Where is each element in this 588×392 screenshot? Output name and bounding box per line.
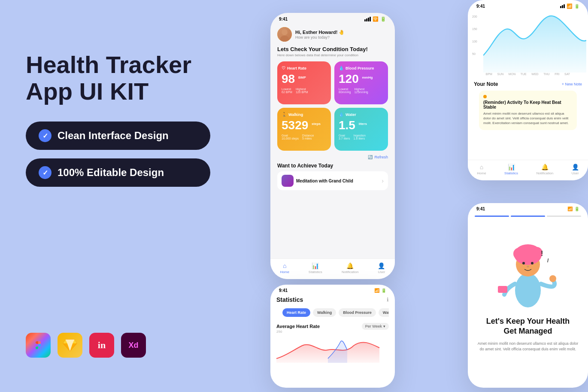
avg-hr-chart	[276, 337, 388, 363]
per-week-selector[interactable]: Per Week ▾	[362, 323, 389, 330]
check-icon-2	[39, 166, 52, 179]
user-icon-2: 👤	[572, 164, 579, 170]
achieve-title: Want to Achieve Today	[277, 163, 388, 169]
achieve-name: Meditation with Grand Child	[296, 179, 353, 183]
progress-tab-3	[547, 216, 581, 217]
refresh-row: 🔄 Refresh	[277, 155, 388, 159]
dropdown-icon: ▾	[383, 324, 385, 328]
nav-user[interactable]: 👤 User	[378, 262, 385, 274]
status-bar-2: 9:41 📶 🔋	[468, 0, 588, 11]
statistics-icon-2: 📊	[508, 164, 515, 170]
svg-point-0	[282, 29, 288, 35]
tab-walking[interactable]: Walking	[313, 308, 336, 317]
stats-tabs: Heart Rate Walking Blood Pressure Water	[276, 305, 389, 320]
signal-icon-2	[560, 4, 565, 8]
user-icon: 👤	[378, 262, 385, 269]
note-reminder-title: (Reminder) Activity To Keep Heat Beat St…	[483, 100, 573, 109]
walking-card[interactable]: 🚶 Walking 5329 steps Goal 10,000 steps	[277, 108, 331, 151]
chart-section: 200 150 100 50 BPM SUN	[468, 11, 588, 79]
nav-notification[interactable]: 🔔 Notification	[342, 262, 359, 274]
heart-rate-card[interactable]: ♡ Heart Rate 98 BMP Lowest 62 BPM Highe	[277, 61, 331, 104]
nav-statistics[interactable]: 📊 Statistics	[309, 262, 322, 274]
stats-title: Statistics	[276, 296, 303, 303]
battery-icon: 🔋	[380, 16, 386, 22]
card-header: 🚶 Walking	[282, 112, 327, 117]
new-note-button[interactable]: + New Note	[562, 82, 582, 86]
note-dot	[483, 95, 487, 98]
illustration-area: ! /	[468, 219, 588, 314]
note-card: (Reminder) Activity To Keep Heat Beat St…	[479, 91, 577, 130]
status-bar-4: 9:41 📶 🔋	[468, 203, 588, 213]
bell-icon-2: 🔔	[541, 164, 549, 170]
svg-point-9	[531, 262, 533, 264]
svg-text:/: /	[547, 258, 549, 264]
battery-icon-2: 🔋	[574, 4, 579, 9]
svg-point-7	[549, 275, 556, 282]
progress-tab-2	[511, 216, 545, 217]
y-axis-labels: 200 150 100 50	[472, 15, 477, 55]
greeting-row: Hi, Esther Howard! 🤚 How are you today?	[277, 27, 388, 42]
refresh-icon: 🔄	[368, 155, 373, 159]
svg-point-10	[527, 266, 529, 267]
statistics-chart	[483, 12, 586, 73]
battery-icon-4: 🔋	[574, 207, 579, 211]
info-icon: ℹ	[387, 297, 389, 303]
achieve-thumb	[282, 175, 294, 187]
water-card[interactable]: 💧 Water 1.5 liters Goal 3.7 liters Ing	[334, 108, 388, 151]
achieve-item[interactable]: Meditation with Grand Child ›	[277, 171, 388, 190]
svg-rect-13	[498, 286, 507, 293]
heart-icon: ♡	[282, 66, 285, 70]
note-title: Your Note	[474, 81, 498, 87]
chevron-right-icon: ›	[382, 177, 384, 184]
progress-tabs	[468, 213, 588, 219]
nav-statistics-2[interactable]: 📊 Statistics	[504, 164, 518, 175]
battery-icon-3: 🔋	[381, 288, 386, 293]
status-icons-1: 🛜 🔋	[364, 16, 386, 22]
main-title: Health Tracker App UI KIT	[26, 52, 215, 104]
avatar	[277, 27, 292, 42]
avatar-img	[277, 27, 292, 42]
bottom-nav-2: ⌂ Home 📊 Statistics 🔔 Notification 👤 Use…	[468, 160, 588, 180]
section-sub: Here down belows data that determine you…	[277, 53, 388, 57]
statistics-icon: 📊	[312, 262, 319, 269]
status-bar-3: 9:41 📶 🔋	[270, 285, 395, 295]
refresh-label[interactable]: Refresh	[374, 155, 388, 159]
xd-icon: Xd	[121, 333, 146, 358]
blood-pressure-card[interactable]: 💧 Blood Pressure 120 mmHg Lowest 80mmHg	[334, 61, 388, 104]
svg-point-8	[522, 262, 525, 264]
status-bar-1: 9:41 🛜 🔋	[270, 13, 395, 24]
card-header: ♡ Heart Rate	[282, 66, 327, 70]
left-panel: Health Tracker App UI KIT Clean Interfac…	[0, 0, 240, 392]
drop-icon: 💧	[339, 66, 344, 70]
wifi-icon-2: 📶	[567, 3, 573, 9]
check-icon-1	[39, 129, 52, 142]
onboard-body: Amet minim mollit non deserunt ullamco e…	[477, 341, 579, 352]
invision-icon: in	[89, 333, 114, 358]
bell-icon: 🔔	[346, 262, 354, 269]
signal-icon-4: 📶	[567, 207, 573, 211]
tab-water[interactable]: Water	[379, 308, 389, 317]
walk-icon: 🚶	[282, 112, 287, 117]
home-icon-2: ⌂	[480, 164, 483, 170]
nav-home[interactable]: ⌂ Home	[280, 262, 289, 274]
card-header: 💧 Water	[339, 112, 384, 117]
figma-icon	[26, 333, 51, 358]
onboard-text: Let's Keep Your Health Get Managed Amet …	[468, 314, 588, 355]
sketch-icon	[58, 333, 82, 358]
svg-point-1	[280, 36, 289, 42]
svg-point-5	[513, 248, 525, 260]
onboard-headline: Let's Keep Your Health Get Managed	[477, 316, 579, 337]
nav-notification-2[interactable]: 🔔 Notification	[536, 164, 554, 175]
card-header: 💧 Blood Pressure	[339, 66, 384, 70]
tab-heart-rate[interactable]: Heart Rate	[282, 308, 310, 317]
note-section: Your Note + New Note (Reminder) Activity…	[468, 79, 588, 135]
nav-home-2[interactable]: ⌂ Home	[477, 164, 486, 175]
home-icon: ⌂	[283, 262, 286, 269]
phone-onboarding: 9:41 📶 🔋	[468, 203, 588, 388]
svg-point-2	[515, 273, 541, 307]
features-list: Clean Interface Design 100% Editable Des…	[26, 122, 215, 187]
tab-blood-pressure[interactable]: Blood Pressure	[339, 308, 376, 317]
phone-home: 9:41 🛜 🔋	[270, 13, 395, 279]
status-icons-2: 📶 🔋	[560, 3, 579, 9]
nav-user-2[interactable]: 👤 User	[572, 164, 579, 175]
